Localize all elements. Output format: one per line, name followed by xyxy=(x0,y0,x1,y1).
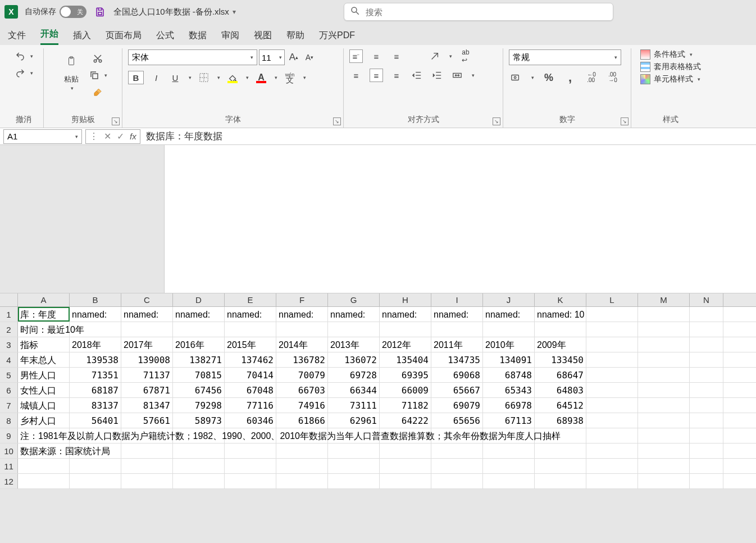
wrap-text-button[interactable]: ab↩ xyxy=(459,49,472,63)
cell[interactable]: 年末总人 xyxy=(18,352,70,367)
cell[interactable] xyxy=(638,444,690,458)
cell[interactable] xyxy=(690,307,723,322)
cell[interactable]: 2010年 xyxy=(483,337,535,352)
search-box[interactable] xyxy=(344,3,613,21)
row-header[interactable]: 1 xyxy=(0,307,18,322)
cell[interactable] xyxy=(690,352,723,367)
cell[interactable] xyxy=(276,444,328,458)
cell[interactable] xyxy=(276,322,328,337)
tab-pdf[interactable]: 万兴PDF xyxy=(319,30,355,45)
cell[interactable]: 139538 xyxy=(70,352,121,367)
cell[interactable]: nnamed: xyxy=(328,307,380,322)
column-header[interactable]: L xyxy=(586,293,638,306)
cell[interactable] xyxy=(380,474,431,488)
cell[interactable] xyxy=(431,322,483,337)
decrease-decimal-button[interactable]: .00→0 xyxy=(606,71,620,84)
cell[interactable]: 61866 xyxy=(276,413,328,428)
cell[interactable]: 67871 xyxy=(121,383,173,397)
cell[interactable] xyxy=(586,474,638,488)
cell[interactable] xyxy=(483,322,535,337)
cell[interactable] xyxy=(70,459,121,473)
autosave-toggle[interactable]: 关 xyxy=(60,6,86,18)
cell[interactable] xyxy=(225,459,276,473)
cell[interactable] xyxy=(276,459,328,473)
cell[interactable]: 58973 xyxy=(173,413,225,428)
cancel-formula-button[interactable]: ✕ xyxy=(104,131,111,142)
cell[interactable]: 2015年 xyxy=(225,337,276,352)
cell[interactable] xyxy=(431,459,483,473)
cell[interactable] xyxy=(483,459,535,473)
cell[interactable]: 男性人口 xyxy=(18,368,70,382)
cell[interactable]: 2017年 xyxy=(121,337,173,352)
chevron-down-icon[interactable]: ▾ xyxy=(189,75,192,80)
cell[interactable]: 64512 xyxy=(535,398,586,413)
undo-button[interactable] xyxy=(13,49,27,63)
cell[interactable]: 138271 xyxy=(173,352,225,367)
cell[interactable] xyxy=(173,322,225,337)
cell[interactable] xyxy=(18,459,70,473)
cell[interactable]: nnamed: xyxy=(276,307,328,322)
cell[interactable]: nnamed: xyxy=(173,307,225,322)
cell[interactable] xyxy=(586,444,638,458)
cell[interactable]: 69395 xyxy=(380,368,431,382)
column-header[interactable]: F xyxy=(276,293,328,306)
cell[interactable]: 69068 xyxy=(431,368,483,382)
cell[interactable]: 62961 xyxy=(328,413,380,428)
cell[interactable]: nnamed: xyxy=(380,307,431,322)
cell[interactable]: 70079 xyxy=(276,368,328,382)
row-header[interactable]: 12 xyxy=(0,474,18,488)
phonetic-button[interactable]: wén 文 xyxy=(283,71,297,84)
cell[interactable]: 68187 xyxy=(70,383,121,397)
search-input[interactable] xyxy=(366,7,607,17)
cell[interactable]: 60346 xyxy=(225,413,276,428)
row-header[interactable]: 2 xyxy=(0,322,18,337)
cell[interactable]: 56401 xyxy=(70,413,121,428)
column-header[interactable]: E xyxy=(225,293,276,306)
cell[interactable]: 136782 xyxy=(276,352,328,367)
decrease-indent-button[interactable] xyxy=(410,69,423,82)
column-header[interactable]: D xyxy=(173,293,225,306)
cell[interactable]: 69079 xyxy=(431,398,483,413)
select-all-corner[interactable] xyxy=(0,293,18,306)
cell[interactable]: 68938 xyxy=(535,413,586,428)
cell[interactable] xyxy=(483,474,535,488)
cell[interactable] xyxy=(380,459,431,473)
chevron-down-icon[interactable]: ▾ xyxy=(303,75,306,80)
comma-button[interactable]: , xyxy=(563,71,577,84)
bold-button[interactable]: B xyxy=(128,71,144,84)
chevron-down-icon[interactable]: ▾ xyxy=(531,75,534,80)
cell[interactable]: 74916 xyxy=(276,398,328,413)
cell[interactable] xyxy=(638,474,690,488)
column-header[interactable]: K xyxy=(535,293,586,306)
column-header[interactable]: N xyxy=(690,293,723,306)
italic-button[interactable]: I xyxy=(149,71,163,84)
cell[interactable] xyxy=(690,322,723,337)
copy-button[interactable] xyxy=(88,69,101,82)
formula-input[interactable] xyxy=(140,131,756,142)
redo-button[interactable] xyxy=(13,66,27,80)
increase-decimal-button[interactable]: ←0.00 xyxy=(585,71,598,84)
row-header[interactable]: 5 xyxy=(0,368,18,382)
tab-help[interactable]: 帮助 xyxy=(286,30,304,45)
cell[interactable]: 乡村人口 xyxy=(18,413,70,428)
cell[interactable] xyxy=(586,352,638,367)
format-table-button[interactable]: 套用表格格式 xyxy=(640,62,701,72)
cell[interactable] xyxy=(328,322,380,337)
font-size-select[interactable]: 11 ▾ xyxy=(259,49,285,65)
cell[interactable] xyxy=(121,444,173,458)
tab-insert[interactable]: 插入 xyxy=(73,30,91,45)
save-button[interactable] xyxy=(93,5,107,19)
column-header[interactable]: G xyxy=(328,293,380,306)
cell[interactable]: 2014年 xyxy=(276,337,328,352)
cell[interactable] xyxy=(690,474,723,488)
percent-button[interactable]: % xyxy=(542,71,555,84)
cell[interactable] xyxy=(690,413,723,428)
cell[interactable] xyxy=(690,337,723,352)
cell[interactable] xyxy=(690,398,723,413)
cell[interactable]: 68748 xyxy=(483,368,535,382)
font-name-select[interactable]: 宋体 ▾ xyxy=(128,49,257,65)
dialog-launcher-number[interactable]: ↘ xyxy=(621,117,629,125)
orientation-button[interactable] xyxy=(428,49,441,63)
column-header[interactable]: A xyxy=(18,293,70,306)
cell[interactable]: 2009年 xyxy=(535,337,586,352)
